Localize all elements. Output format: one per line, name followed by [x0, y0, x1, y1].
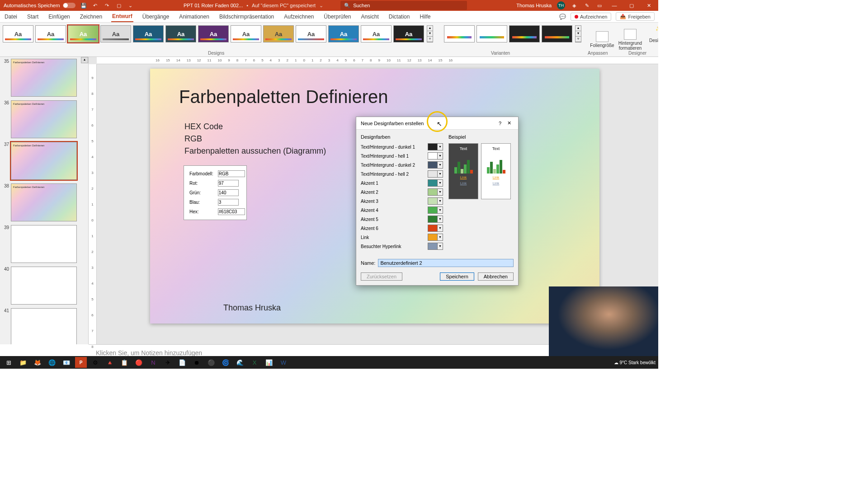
user-avatar[interactable]: TH: [557, 1, 565, 9]
slide-thumb-38[interactable]: Farbenpaletten Definieren: [11, 183, 77, 221]
tab-bildschirm[interactable]: Bildschirmpräsentation: [218, 12, 275, 22]
app-icon-4[interactable]: ⏺: [191, 357, 203, 368]
app-icon-3[interactable]: 📄: [176, 357, 188, 368]
tab-ansicht[interactable]: Ansicht: [360, 12, 379, 22]
design-theme-1[interactable]: Aa: [3, 25, 33, 42]
weather-widget[interactable]: ☁ 9°C Stark bewölkt: [614, 360, 656, 365]
search-input[interactable]: 🔍 Suchen: [340, 1, 467, 10]
color-dropdown-9[interactable]: ▼: [428, 225, 443, 232]
tab-zeichnen[interactable]: Zeichnen: [79, 12, 103, 22]
dialog-close-button[interactable]: ✕: [505, 120, 514, 126]
design-theme-7[interactable]: Aa: [198, 25, 229, 42]
edge-icon[interactable]: 🌊: [234, 357, 246, 368]
design-theme-5[interactable]: Aa: [133, 25, 164, 42]
autosave-toggle[interactable]: Automatisches Speichern: [4, 3, 75, 8]
gruen-input[interactable]: [218, 189, 239, 196]
design-theme-10[interactable]: Aa: [296, 25, 326, 42]
app-icon-1[interactable]: 📋: [118, 357, 130, 368]
color-dropdown-10[interactable]: ▼: [428, 234, 443, 241]
design-theme-8[interactable]: Aa: [231, 25, 261, 42]
vlc-icon[interactable]: 🔺: [104, 357, 116, 368]
maximize-button[interactable]: ▢: [626, 3, 637, 9]
app-icon-6[interactable]: 📊: [263, 357, 275, 368]
color-dropdown-3[interactable]: ▼: [428, 170, 443, 178]
onenote-icon[interactable]: N: [147, 357, 159, 368]
slide-thumb-39[interactable]: [11, 225, 77, 263]
design-theme-4[interactable]: Aa: [100, 25, 131, 42]
excel-icon[interactable]: X: [249, 357, 260, 368]
tab-uebergaenge[interactable]: Übergänge: [142, 12, 170, 22]
color-dropdown-1[interactable]: ▼: [428, 152, 443, 160]
more-icon[interactable]: ⌄: [127, 2, 134, 9]
color-dropdown-5[interactable]: ▼: [428, 188, 443, 196]
draw-icon[interactable]: ✎: [583, 2, 590, 9]
cancel-button[interactable]: Abbrechen: [478, 272, 514, 281]
tab-animationen[interactable]: Animationen: [178, 12, 210, 22]
undo-icon[interactable]: ↶: [92, 2, 99, 9]
hex-input[interactable]: [218, 208, 245, 215]
slide-thumb-36[interactable]: Farbenpaletten Definieren: [11, 100, 77, 138]
variants-scroll[interactable]: ▴▾▿: [575, 25, 581, 42]
design-theme-3[interactable]: Aa: [68, 25, 99, 42]
variant-3[interactable]: [509, 25, 540, 42]
telegram-icon[interactable]: ✈: [162, 357, 174, 368]
designs-scroll[interactable]: ▴▾▿: [427, 25, 433, 42]
design-theme-12[interactable]: Aa: [361, 25, 392, 42]
farbmodell-select[interactable]: [218, 170, 245, 177]
start-button[interactable]: ⊞: [3, 357, 14, 368]
variant-2[interactable]: [476, 25, 507, 42]
share-button[interactable]: 📤 Freigeben: [616, 12, 655, 21]
present-icon[interactable]: ▢: [115, 2, 123, 9]
color-dropdown-7[interactable]: ▼: [428, 206, 443, 214]
outlook-icon[interactable]: 📧: [61, 357, 72, 368]
teams-icon[interactable]: ◈: [571, 2, 578, 9]
app-icon-5[interactable]: 🌀: [220, 357, 231, 368]
tab-entwurf[interactable]: Entwurf: [111, 11, 133, 22]
settings-icon[interactable]: ⚙: [90, 357, 101, 368]
design-theme-2[interactable]: Aa: [35, 25, 66, 42]
save-button[interactable]: Speichern: [440, 272, 474, 281]
color-dropdown-0[interactable]: ▼: [428, 143, 443, 150]
comments-icon[interactable]: 💬: [559, 14, 566, 20]
slide-thumb-40[interactable]: [11, 267, 77, 305]
reset-button[interactable]: Zurücksetzen: [361, 272, 402, 281]
color-dropdown-8[interactable]: ▼: [428, 216, 443, 223]
close-button[interactable]: ✕: [643, 3, 655, 9]
app-icon-2[interactable]: 🔴: [133, 357, 145, 368]
tab-einfuegen[interactable]: Einfügen: [47, 12, 71, 22]
designer-group[interactable]: ✨ Designer: [649, 23, 658, 56]
powerpoint-icon[interactable]: P: [75, 357, 87, 368]
design-theme-6[interactable]: Aa: [165, 25, 196, 42]
blau-input[interactable]: [218, 199, 239, 206]
color-dropdown-11[interactable]: ▼: [428, 243, 443, 250]
slide-thumb-37[interactable]: Farbenpaletten Definieren: [11, 142, 77, 180]
color-dropdown-2[interactable]: ▼: [428, 161, 443, 169]
toggle-switch[interactable]: [63, 3, 75, 8]
color-dropdown-6[interactable]: ▼: [428, 197, 443, 205]
redo-icon[interactable]: ↷: [104, 2, 111, 9]
dialog-help-button[interactable]: ?: [495, 121, 505, 126]
save-icon[interactable]: 💾: [80, 2, 87, 9]
window-icon[interactable]: ▭: [596, 2, 603, 9]
tab-datei[interactable]: Datei: [4, 12, 18, 22]
slide-thumb-35[interactable]: Farbenpaletten Definieren: [11, 59, 77, 97]
tab-ueberpruefen[interactable]: Überprüfen: [323, 12, 352, 22]
variant-1[interactable]: [444, 25, 475, 42]
tab-dictation[interactable]: Dictation: [388, 12, 411, 22]
slide-size-button[interactable]: Foliengröße: [590, 31, 615, 48]
color-dropdown-4[interactable]: ▼: [428, 179, 443, 187]
variant-4[interactable]: [542, 25, 572, 42]
panel-scroll-up[interactable]: ▴: [81, 57, 88, 63]
chrome-icon[interactable]: 🌐: [46, 357, 58, 368]
rot-input[interactable]: [218, 180, 239, 187]
obs-icon[interactable]: ⚫: [205, 357, 217, 368]
slide-thumb-41[interactable]: [11, 308, 77, 344]
tab-aufzeichnen[interactable]: Aufzeichnen: [283, 12, 315, 22]
slide-title[interactable]: Farbenpaletten Definieren: [150, 69, 599, 107]
design-theme-13[interactable]: Aa: [393, 25, 424, 42]
format-background-button[interactable]: Hintergrund formatieren: [618, 29, 643, 51]
design-theme-11[interactable]: Aa: [328, 25, 359, 42]
name-input[interactable]: [378, 259, 514, 267]
minimize-button[interactable]: —: [609, 3, 620, 8]
tab-hilfe[interactable]: Hilfe: [419, 12, 431, 22]
